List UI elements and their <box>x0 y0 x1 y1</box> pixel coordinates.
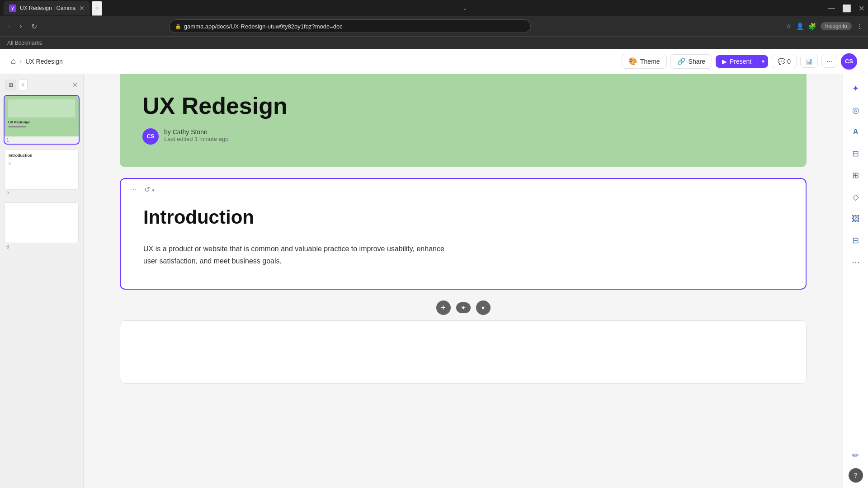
analytics-icon: 📊 <box>805 58 813 65</box>
comment-icon: 💬 <box>778 58 785 65</box>
author-avatar: CS <box>142 128 159 145</box>
card-options-button[interactable]: ⋯ <box>128 183 139 196</box>
back-button[interactable]: ‹ <box>5 20 13 32</box>
menu-icon[interactable]: ⋮ <box>856 23 863 30</box>
comment-button[interactable]: 💬 0 <box>772 55 797 68</box>
theme-button[interactable]: 🎨 Theme <box>622 54 667 69</box>
more-icon: ⋯ <box>826 58 832 65</box>
close-tab-button[interactable]: ✕ <box>79 5 85 12</box>
format-tool-button[interactable]: ◎ <box>847 101 865 119</box>
close-button[interactable]: ✕ <box>859 4 864 13</box>
slide-2-thumb-title: Introduction <box>9 153 75 158</box>
card-content: Introduction UX is a product or website … <box>121 196 806 289</box>
author-info: by Cathy Stone Last edited 1 minute ago <box>164 128 228 142</box>
last-edited-text: Last edited 1 minute ago <box>164 136 228 142</box>
card-body: UX is a product or website that is commo… <box>143 243 460 267</box>
left-sidebar: ⊞ ≡ ✕ UX Redesign 1 <box>0 74 84 488</box>
slide-thumbnail-3[interactable]: 3 <box>4 202 80 251</box>
grid-view-button[interactable]: ⊞ <box>5 80 16 90</box>
right-sidebar: ✦ ◎ A ⊟ ⊞ ◇ 🖼 ⊟ ⋯ <box>843 74 868 488</box>
help-icon: ? <box>854 472 858 479</box>
introduction-card: ⋯ ↺ ▾ Introduction UX is a product or we… <box>120 178 807 290</box>
table-tool-button[interactable]: ⊟ <box>847 231 865 249</box>
slide-thumbnail-2[interactable]: Introduction 2 2 <box>4 148 80 198</box>
shape-tool-button[interactable]: ◇ <box>847 188 865 206</box>
home-icon[interactable]: ⌂ <box>11 56 16 66</box>
browser-tab[interactable]: γ UX Redesign | Gamma ✕ <box>4 1 90 15</box>
reload-button[interactable]: ↻ <box>28 20 40 33</box>
layout-tool-button[interactable]: ⊞ <box>847 166 865 184</box>
text-icon: A <box>853 128 859 136</box>
slide-2-number: 2 <box>5 190 79 197</box>
slide-3-number: 3 <box>5 243 79 250</box>
profile-icon[interactable]: 👤 <box>796 23 804 30</box>
text-tool-button[interactable]: A <box>847 123 865 141</box>
layout-icon: ⊞ <box>852 170 859 180</box>
play-icon: ▶ <box>722 58 727 65</box>
ai-tool-button[interactable]: ✦ <box>847 80 865 98</box>
ai-icon: ✦ <box>852 84 859 94</box>
theme-label: Theme <box>640 58 660 65</box>
image-tool-button[interactable]: 🖼 <box>847 210 865 228</box>
present-main[interactable]: ▶ Present <box>716 55 758 68</box>
more-tools-icon: ⋯ <box>852 257 860 267</box>
card-icon: ⊟ <box>852 149 859 159</box>
content-scroll: UX Redesign CS by Cathy Stone Last edite… <box>84 74 843 402</box>
shape-icon: ◇ <box>853 192 859 202</box>
slide-1-preview: UX Redesign <box>5 96 79 136</box>
slide-1-thumb-title: UX Redesign <box>8 120 75 124</box>
rotate-icon: ↺ <box>144 186 150 193</box>
extensions-icon[interactable]: 🧩 <box>808 23 816 30</box>
forward-button[interactable]: › <box>17 20 24 32</box>
plus-icon: + <box>441 303 446 313</box>
minimize-button[interactable]: — <box>828 4 835 12</box>
edit-icon: ✏ <box>852 450 859 460</box>
help-button[interactable]: ? <box>849 468 863 483</box>
move-icon: ✦ <box>461 304 466 311</box>
image-icon: 🖼 <box>852 214 860 224</box>
document-title: UX Redesign <box>142 92 784 119</box>
top-bar: ⌂ › UX Redesign 🎨 Theme 🔗 Share ▶ Presen… <box>0 49 868 74</box>
more-options-button[interactable]: ⋯ <box>821 55 837 68</box>
list-view-button[interactable]: ≡ <box>18 80 28 90</box>
sidebar-header: ⊞ ≡ ✕ <box>4 80 80 90</box>
move-card-button[interactable]: ✦ <box>456 302 471 313</box>
present-chevron[interactable]: ▾ <box>758 56 768 67</box>
format-icon: ◎ <box>852 105 859 115</box>
card-heading: Introduction <box>143 206 783 228</box>
author-row: CS by Cathy Stone Last edited 1 minute a… <box>142 128 784 145</box>
tab-title: UX Redesign | Gamma <box>20 5 75 11</box>
card-rotate-button[interactable]: ↺ ▾ <box>142 183 156 196</box>
bookmark-icon[interactable]: ☆ <box>786 23 792 30</box>
app-layout: ⌂ › UX Redesign 🎨 Theme 🔗 Share ▶ Presen… <box>0 49 868 488</box>
theme-icon: 🎨 <box>628 57 637 66</box>
chevron-down-icon: ▾ <box>481 304 485 311</box>
author-name: by Cathy Stone <box>164 128 228 136</box>
slide-2-thumb-num: 2 <box>9 161 75 165</box>
slide-1-thumb-decoration <box>8 126 26 127</box>
card-tool-button[interactable]: ⊟ <box>847 145 865 163</box>
edit-tool-button[interactable]: ✏ <box>847 446 865 465</box>
slide-thumbnail-1[interactable]: UX Redesign 1 <box>4 95 80 145</box>
analytics-button[interactable]: 📊 <box>800 55 818 68</box>
slide-2-preview: Introduction 2 <box>5 149 79 190</box>
new-tab-button[interactable]: + <box>92 1 102 16</box>
maximize-button[interactable]: ⬜ <box>842 4 851 13</box>
breadcrumb-separator: › <box>19 57 22 66</box>
present-label: Present <box>730 58 751 65</box>
sidebar-close-button[interactable]: ✕ <box>72 81 78 89</box>
url-text: gamma.app/docs/UX-Redesign-utuw9ty82oy1f… <box>184 23 343 30</box>
more-tool-button[interactable]: ⋯ <box>847 253 865 271</box>
add-card-button[interactable]: + <box>436 300 451 315</box>
share-button[interactable]: 🔗 Share <box>670 54 712 69</box>
table-icon: ⊟ <box>852 235 859 245</box>
incognito-badge: Incognito <box>821 22 852 30</box>
dots-icon: ⋯ <box>130 186 137 193</box>
expand-button[interactable]: ▾ <box>476 300 491 315</box>
top-bar-actions: 🎨 Theme 🔗 Share ▶ Present ▾ 💬 0 📊 <box>622 53 857 70</box>
user-avatar-button[interactable]: CS <box>841 53 857 70</box>
main-area: ⊞ ≡ ✕ UX Redesign 1 <box>0 74 868 488</box>
empty-card <box>120 320 807 384</box>
content-area: UX Redesign CS by Cathy Stone Last edite… <box>84 74 843 488</box>
present-button[interactable]: ▶ Present ▾ <box>716 55 768 68</box>
